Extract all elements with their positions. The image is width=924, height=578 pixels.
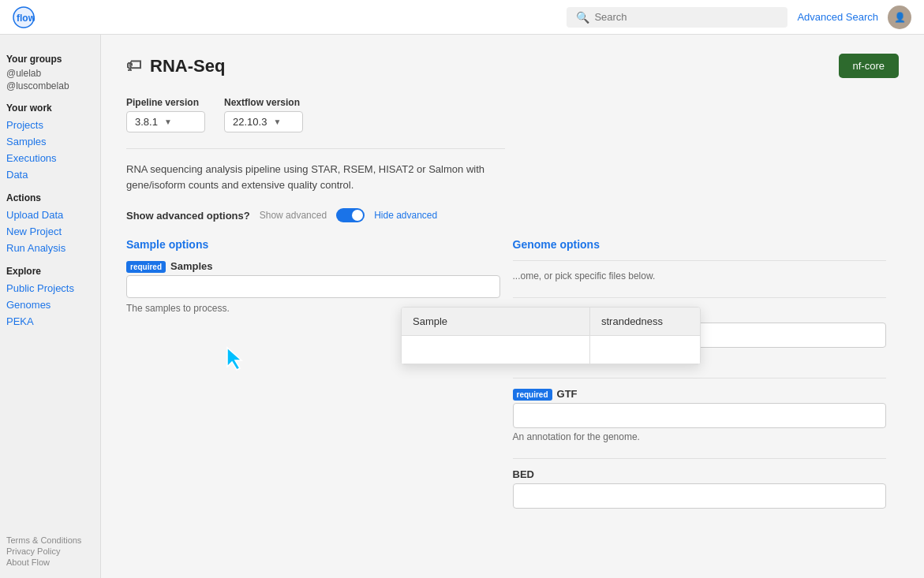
main-content: 🏷 RNA-Seq nf-core Pipeline version 3.8.1… xyxy=(101,35,924,578)
gtf-field: requiredGTF An annotation for the genome… xyxy=(513,388,887,442)
nfcore-button[interactable]: nf-core xyxy=(839,54,899,78)
bed-label: BED xyxy=(513,468,887,480)
bed-input[interactable] xyxy=(513,483,887,509)
version-row: Pipeline version 3.8.1 ▼ Nextflow versio… xyxy=(126,97,899,132)
options-sections: Sample options requiredSamples The sampl… xyxy=(126,238,899,524)
sidebar-footer: Terms & Conditions Privacy Policy About … xyxy=(6,526,94,569)
advanced-toggle[interactable] xyxy=(336,208,365,222)
flow-logo-icon: flow xyxy=(13,6,35,28)
sidebar-item-new-project[interactable]: New Project xyxy=(6,223,94,240)
gtf-hint: An annotation for the genome. xyxy=(513,431,887,442)
page-title: 🏷 RNA-Seq xyxy=(126,56,225,76)
sidebar-item-executions[interactable]: Executions xyxy=(6,150,94,166)
samples-required-badge: required xyxy=(126,261,166,273)
genome-options-title: Genome options xyxy=(513,238,887,251)
sidebar-item-public-projects[interactable]: Public Projects xyxy=(6,280,94,296)
bed-divider xyxy=(513,458,887,459)
sidebar-item-samples[interactable]: Samples xyxy=(6,133,94,150)
dropdown-search-row xyxy=(402,336,700,364)
dropdown-header: Sample strandedness xyxy=(402,308,700,336)
search-bar[interactable]: 🔍 xyxy=(567,7,787,28)
app-layout: Your groups @ulelab @luscombelab Your wo… xyxy=(0,35,924,578)
sidebar-item-genomes[interactable]: Genomes xyxy=(6,296,94,313)
sidebar-item-projects[interactable]: Projects xyxy=(6,117,94,133)
pipeline-version-group: Pipeline version 3.8.1 ▼ xyxy=(126,97,205,132)
avatar[interactable]: 👤 xyxy=(888,6,911,29)
toggle-knob xyxy=(352,210,363,221)
genome-hint-text: ...ome, or pick specific files below. xyxy=(513,270,887,282)
top-nav: flow 🔍 Advanced Search 👤 xyxy=(0,0,924,35)
actions-title: Actions xyxy=(6,192,94,203)
sidebar: Your groups @ulelab @luscombelab Your wo… xyxy=(0,35,101,578)
pipeline-description: RNA sequencing analysis pipeline using S… xyxy=(126,148,505,192)
dropdown-search-input[interactable] xyxy=(402,336,589,364)
privacy-link[interactable]: Privacy Policy xyxy=(6,546,94,556)
fasta-divider xyxy=(513,297,887,298)
sample-options-section: Sample options requiredSamples The sampl… xyxy=(126,238,513,524)
dropdown-right-cell xyxy=(589,336,700,364)
groups-title: Your groups xyxy=(6,54,94,65)
pipeline-version-select[interactable]: 3.8.1 ▼ xyxy=(126,111,205,132)
nextflow-version-select[interactable]: 22.10.3 ▼ xyxy=(224,111,303,132)
dropdown-body xyxy=(402,336,700,364)
dropdown-strandedness-col: strandedness xyxy=(589,308,700,335)
gtf-input[interactable] xyxy=(513,403,887,428)
about-link[interactable]: About Flow xyxy=(6,557,94,567)
gtf-divider xyxy=(513,378,887,378)
show-advanced-label: Show advanced xyxy=(260,210,327,221)
gtf-label: requiredGTF xyxy=(513,388,887,400)
your-work-title: Your work xyxy=(6,103,94,114)
advanced-options-row: Show advanced options? Show advanced Hid… xyxy=(126,208,899,222)
dropdown-sample-col: Sample xyxy=(402,308,589,335)
gtf-required-badge: required xyxy=(513,389,552,401)
pipeline-title: RNA-Seq xyxy=(150,56,225,76)
sidebar-item-data[interactable]: Data xyxy=(6,166,94,183)
nextflow-version-label: Nextflow version xyxy=(224,97,303,108)
explore-title: Explore xyxy=(6,266,94,277)
sample-options-title: Sample options xyxy=(126,238,500,251)
samples-dropdown-popup: Sample strandedness xyxy=(401,307,701,365)
pipeline-version-value: 3.8.1 xyxy=(135,116,158,128)
topnav-right: Advanced Search 👤 xyxy=(797,6,911,29)
page-header: 🏷 RNA-Seq nf-core xyxy=(126,54,899,78)
hide-advanced-link[interactable]: Hide advanced xyxy=(374,210,437,221)
genome-divider xyxy=(513,260,887,261)
pipeline-version-label: Pipeline version xyxy=(126,97,205,108)
samples-field: requiredSamples The samples to process. xyxy=(126,260,500,314)
advanced-options-label: Show advanced options? xyxy=(126,210,250,222)
genome-hint: ...ome, or pick specific files below. xyxy=(513,270,887,282)
pipeline-version-chevron: ▼ xyxy=(164,117,172,126)
bed-field: BED xyxy=(513,468,887,509)
group2[interactable]: @luscombelab xyxy=(6,80,94,91)
search-input[interactable] xyxy=(594,11,778,23)
pipeline-icon: 🏷 xyxy=(126,57,142,75)
nextflow-version-group: Nextflow version 22.10.3 ▼ xyxy=(224,97,303,132)
samples-label: requiredSamples xyxy=(126,260,500,272)
group1[interactable]: @ulelab xyxy=(6,68,94,79)
nextflow-version-value: 22.10.3 xyxy=(233,116,267,128)
samples-input[interactable] xyxy=(126,275,500,298)
sidebar-item-upload-data[interactable]: Upload Data xyxy=(6,207,94,223)
svg-text:flow: flow xyxy=(17,13,35,24)
nextflow-version-chevron: ▼ xyxy=(273,117,281,126)
sidebar-item-run-analysis[interactable]: Run Analysis xyxy=(6,240,94,256)
terms-link[interactable]: Terms & Conditions xyxy=(6,535,94,545)
search-icon: 🔍 xyxy=(576,11,589,24)
advanced-search-link[interactable]: Advanced Search xyxy=(797,11,878,23)
logo[interactable]: flow xyxy=(13,6,35,28)
genome-options-section: Genome options ...ome, or pick specific … xyxy=(513,238,900,524)
sidebar-item-peka[interactable]: PEKA xyxy=(6,313,94,330)
